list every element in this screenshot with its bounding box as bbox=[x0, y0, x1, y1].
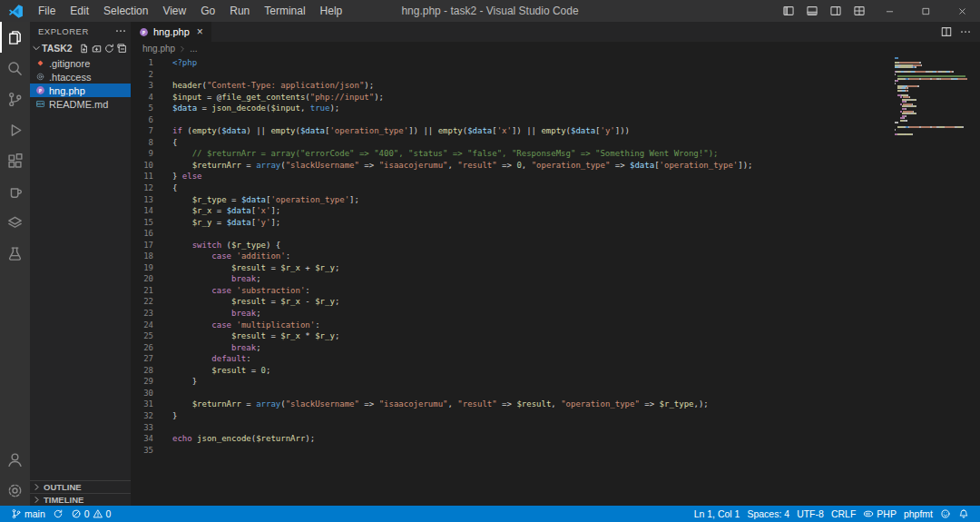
more-actions-icon[interactable] bbox=[114, 25, 127, 37]
code-line[interactable]: $result = $r_x - $r_y; bbox=[172, 296, 980, 308]
status-eol[interactable]: CRLF bbox=[828, 508, 859, 519]
line-number[interactable]: 5 bbox=[131, 103, 153, 114]
close-tab-icon[interactable]: × bbox=[197, 26, 203, 37]
toggle-secondary-sidebar-icon[interactable] bbox=[824, 0, 848, 22]
line-number[interactable]: 21 bbox=[131, 285, 153, 297]
code-line[interactable]: case 'multiplication': bbox=[172, 320, 980, 331]
activity-run-debug[interactable] bbox=[0, 114, 30, 145]
line-number[interactable]: 24 bbox=[131, 320, 153, 331]
breadcrumb-item-symbol[interactable]: ... bbox=[190, 44, 197, 54]
menu-help[interactable]: Help bbox=[313, 0, 350, 22]
refresh-explorer-icon[interactable] bbox=[103, 43, 115, 54]
panel-timeline[interactable]: TIMELINE bbox=[30, 493, 131, 506]
file-item-readme-md[interactable]: README.md bbox=[30, 97, 131, 111]
line-number[interactable]: 2 bbox=[131, 69, 153, 81]
line-number[interactable]: 30 bbox=[131, 388, 153, 399]
breadcrumb-item-file[interactable]: hng.php bbox=[142, 44, 175, 54]
menu-selection[interactable]: Selection bbox=[96, 0, 155, 22]
code-line[interactable]: $returnArr = array("slackUsername" => "i… bbox=[172, 399, 980, 410]
line-number[interactable]: 9 bbox=[131, 148, 153, 160]
customize-layout-icon[interactable] bbox=[848, 0, 871, 22]
line-number[interactable]: 14 bbox=[131, 205, 153, 217]
activity-explorer[interactable] bbox=[0, 22, 30, 53]
line-number[interactable]: 12 bbox=[131, 182, 153, 194]
toggle-panel-icon[interactable] bbox=[800, 0, 824, 22]
code-line[interactable] bbox=[172, 114, 980, 126]
code-line[interactable]: switch ($r_type) { bbox=[172, 240, 980, 251]
code-line[interactable]: $input = @file_get_contents("php://input… bbox=[172, 92, 980, 103]
close-window-button[interactable] bbox=[944, 0, 980, 22]
file-item--gitignore[interactable]: .gitignore bbox=[30, 56, 131, 70]
code-line[interactable] bbox=[172, 445, 980, 457]
code-line[interactable]: { bbox=[172, 182, 980, 194]
menu-run[interactable]: Run bbox=[222, 0, 257, 22]
file-item-hng-php[interactable]: Phng.php bbox=[30, 84, 131, 97]
code-line[interactable]: case 'substraction': bbox=[172, 285, 980, 297]
code-line[interactable]: break; bbox=[172, 273, 980, 285]
code-line[interactable]: if (empty($data) || empty($data['operati… bbox=[172, 125, 980, 137]
line-number[interactable]: 11 bbox=[131, 171, 153, 182]
line-number[interactable]: 7 bbox=[131, 125, 153, 137]
maximize-button[interactable] bbox=[907, 0, 944, 22]
line-number[interactable]: 20 bbox=[131, 273, 153, 285]
code-line[interactable]: } else bbox=[172, 171, 980, 182]
line-number[interactable]: 31 bbox=[131, 399, 153, 410]
sync-status[interactable] bbox=[49, 508, 67, 519]
menu-file[interactable]: File bbox=[31, 0, 63, 22]
line-number[interactable]: 19 bbox=[131, 262, 153, 274]
code-line[interactable]: $result = $r_x * $r_y; bbox=[172, 330, 980, 342]
menu-view[interactable]: View bbox=[155, 0, 193, 22]
line-number[interactable]: 33 bbox=[131, 422, 153, 434]
code-line[interactable]: case 'addition': bbox=[172, 251, 980, 262]
code-line[interactable]: } bbox=[172, 410, 980, 422]
code-line[interactable]: $returnArr = array("slackUsername" => "i… bbox=[172, 160, 980, 172]
code-line[interactable]: default: bbox=[172, 353, 980, 365]
code-line[interactable] bbox=[172, 388, 980, 399]
code-line[interactable] bbox=[172, 228, 980, 240]
code-line[interactable]: break; bbox=[172, 308, 980, 320]
line-number[interactable]: 23 bbox=[131, 308, 153, 320]
code-line[interactable]: <?php bbox=[172, 57, 980, 69]
menu-terminal[interactable]: Terminal bbox=[257, 0, 312, 22]
activity-account[interactable] bbox=[0, 444, 30, 475]
split-editor-icon[interactable] bbox=[940, 25, 953, 38]
activity-extensions[interactable] bbox=[0, 145, 30, 176]
line-number[interactable]: 3 bbox=[131, 80, 153, 92]
problems-status[interactable]: 0 0 bbox=[67, 508, 115, 519]
panel-outline[interactable]: OUTLINE bbox=[30, 480, 131, 493]
line-number[interactable]: 25 bbox=[131, 330, 153, 342]
line-number[interactable]: 15 bbox=[131, 217, 153, 229]
line-number[interactable]: 8 bbox=[131, 137, 153, 149]
line-number[interactable]: 13 bbox=[131, 194, 153, 206]
code-line[interactable]: // $returnArr = array("errorCode" => "40… bbox=[172, 148, 980, 160]
line-number[interactable]: 29 bbox=[131, 376, 153, 388]
code-line[interactable]: echo json_encode($returnArr); bbox=[172, 433, 980, 445]
status-encoding[interactable]: UTF-8 bbox=[793, 508, 828, 519]
activity-source-control[interactable] bbox=[0, 84, 30, 114]
collapse-folders-icon[interactable] bbox=[116, 43, 128, 54]
code-line[interactable]: { bbox=[172, 137, 980, 149]
line-number[interactable]: 6 bbox=[131, 114, 153, 126]
code-line[interactable] bbox=[172, 422, 980, 434]
activity-extension-mug[interactable] bbox=[0, 176, 30, 207]
code-line[interactable]: $r_x = $data['x']; bbox=[172, 205, 980, 217]
status-notifications[interactable] bbox=[955, 508, 973, 519]
section-task2[interactable]: TASK2 bbox=[30, 40, 131, 56]
file-item--htaccess[interactable]: .htaccess bbox=[30, 70, 131, 84]
line-number[interactable]: 26 bbox=[131, 342, 153, 354]
status-language-mode[interactable]: PHP bbox=[859, 508, 900, 519]
line-number[interactable]: 4 bbox=[131, 92, 153, 103]
code-line[interactable]: $result = $r_x + $r_y; bbox=[172, 262, 980, 274]
tab-hng-php[interactable]: P hng.php × bbox=[131, 22, 211, 42]
code-line[interactable]: $r_y = $data['y']; bbox=[172, 217, 980, 229]
line-number[interactable]: 22 bbox=[131, 296, 153, 308]
toggle-primary-sidebar-icon[interactable] bbox=[777, 0, 800, 22]
activity-settings[interactable] bbox=[0, 475, 30, 506]
code-line[interactable]: header("Content-Type: application/json")… bbox=[172, 80, 980, 92]
status-cursor-position[interactable]: Ln 1, Col 1 bbox=[691, 508, 744, 519]
line-number[interactable]: 16 bbox=[131, 228, 153, 240]
branch-status[interactable]: main bbox=[7, 508, 49, 519]
line-number[interactable]: 18 bbox=[131, 251, 153, 262]
editor-more-actions-icon[interactable] bbox=[959, 25, 972, 38]
minimize-button[interactable] bbox=[871, 0, 907, 22]
